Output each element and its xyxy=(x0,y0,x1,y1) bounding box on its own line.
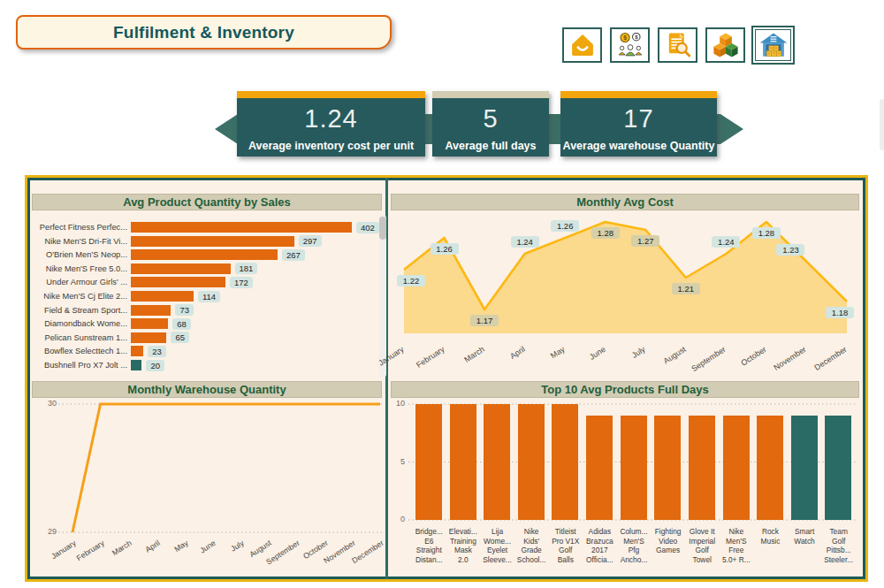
chart-monthly-warehouse-quantity[interactable]: 3029JanuaryFebruaryMarchAprilMayJuneJuly… xyxy=(32,398,386,579)
bar-row: Nike Men'S Dri-Fit Vi...297 xyxy=(32,235,386,248)
data-point-label: 1.26 xyxy=(551,220,579,232)
nav-button-products[interactable] xyxy=(705,27,745,63)
bar[interactable] xyxy=(131,249,278,260)
data-point-label: 1.28 xyxy=(752,227,781,239)
chart-top10-avg-products-full-days[interactable]: 0510Bridge... E6 Straight Distan...Eleva… xyxy=(391,398,859,579)
bar-value-label: 73 xyxy=(175,304,194,316)
bar[interactable] xyxy=(689,416,715,520)
bar[interactable] xyxy=(131,263,231,274)
bar[interactable] xyxy=(552,404,578,520)
bar-row: Field & Stream Sport...73 xyxy=(32,304,386,317)
chart-monthly-avg-cost[interactable]: 1.221.261.171.241.261.281.271.211.241.28… xyxy=(389,210,862,378)
bar[interactable] xyxy=(654,416,681,520)
bar[interactable] xyxy=(621,416,647,520)
chart-avg-product-quantity-by-sales[interactable]: Perfect Fitness Perfec...402Nike Men'S D… xyxy=(32,214,386,378)
scrollbar-thumb[interactable] xyxy=(379,217,386,240)
bar[interactable] xyxy=(131,318,168,329)
nav-button-report-search[interactable] xyxy=(658,27,697,63)
svg-text:$: $ xyxy=(623,34,627,42)
x-axis-label: June xyxy=(560,345,606,379)
bar-value-label: 297 xyxy=(299,235,322,247)
kpi-accent-bar xyxy=(432,91,549,98)
bar-value-label: 402 xyxy=(356,222,379,233)
bar[interactable] xyxy=(791,416,818,520)
bar-row: Nike Men'S Free 5.0...181 xyxy=(32,263,386,275)
x-axis-label: July xyxy=(601,345,647,379)
bar[interactable] xyxy=(518,404,545,520)
bar[interactable] xyxy=(131,291,194,302)
data-point-label: 1.17 xyxy=(470,315,499,326)
bar[interactable] xyxy=(484,404,510,520)
bar[interactable] xyxy=(131,332,166,343)
data-point-label: 1.23 xyxy=(776,244,804,256)
chart-title: Monthly Warehouse Quantity xyxy=(127,383,286,396)
bar-category-label: Nike Men'S Free 5.0... xyxy=(32,264,127,273)
bar-category-label: Pelican Sunstream 1... xyxy=(32,333,127,342)
nav-button-warehouse[interactable] xyxy=(751,26,795,65)
bar-category-label: Team Golf Pittsb... Steeler... xyxy=(818,527,859,564)
line-chart-svg[interactable] xyxy=(32,398,386,539)
bar-category-label: Field & Stream Sport... xyxy=(32,306,127,315)
bar[interactable] xyxy=(450,404,476,520)
bar-category-label: Perfect Fitness Perfec... xyxy=(32,223,127,232)
line-series xyxy=(72,404,380,532)
bar-row: Nike Men'S Cj Elite 2...114 xyxy=(32,290,386,302)
warehouse-icon xyxy=(758,30,789,60)
bar-category-label: Nike Men'S Dri-Fit Vi... xyxy=(32,237,127,246)
x-axis-label: August xyxy=(641,345,687,379)
kpi-label: Average inventory cost per unit xyxy=(237,140,425,157)
bar-value-label: 20 xyxy=(146,360,164,371)
x-axis-label: November xyxy=(762,345,808,379)
data-point-label: 1.24 xyxy=(712,236,740,248)
bar-category-label: O'Brien Men'S Neop... xyxy=(32,250,127,259)
report-search-icon xyxy=(663,30,693,60)
x-axis-label: September xyxy=(682,345,728,379)
bar-category-label: Diamondback Wome... xyxy=(32,319,127,328)
bar[interactable] xyxy=(723,416,750,520)
kpi-label: Average warehouse Quantity xyxy=(560,140,717,157)
bar[interactable] xyxy=(131,305,171,316)
kpi-card-avg-full-days: 5 Average full days xyxy=(432,91,549,157)
kpi-card-avg-inventory-cost: 1.24 Average inventory cost per unit xyxy=(237,91,425,157)
scrollbar-track[interactable] xyxy=(379,215,386,378)
bar[interactable] xyxy=(825,416,851,520)
bar-category-label: Nike Men'S Cj Elite 2... xyxy=(32,292,127,301)
kpi-value: 1.24 xyxy=(237,98,425,140)
x-axis-label: April xyxy=(480,345,526,379)
bar-value-label: 267 xyxy=(282,249,305,261)
bar-value-label: 65 xyxy=(171,332,189,343)
x-axis-label: October xyxy=(721,345,767,379)
bar-row: Pelican Sunstream 1...65 xyxy=(32,332,386,344)
chart-header-monthly-warehouse-quantity: Monthly Warehouse Quantity xyxy=(32,381,382,398)
y-axis-label: 5 xyxy=(391,457,405,466)
kpi-value: 17 xyxy=(560,98,717,140)
area-chart-svg[interactable] xyxy=(389,210,862,339)
data-point-label: 1.27 xyxy=(631,235,659,247)
bar[interactable] xyxy=(415,404,442,520)
bar[interactable] xyxy=(757,416,783,520)
bar-value-label: 68 xyxy=(172,318,191,330)
bar-row: Perfect Fitness Perfec...402 xyxy=(32,221,386,233)
nav-button-customers[interactable]: $ $ xyxy=(610,27,650,63)
bar[interactable] xyxy=(586,416,613,520)
bar[interactable] xyxy=(131,277,225,287)
bar-row: Bushnell Pro X7 Jolt ...20 xyxy=(32,359,386,371)
bar[interactable] xyxy=(131,360,141,370)
bar-row: Bowflex Selecttech 1...23 xyxy=(32,345,386,357)
chart-title: Top 10 Avg Products Full Days xyxy=(541,383,709,396)
bar-value-label: 172 xyxy=(230,277,253,288)
bar[interactable] xyxy=(131,346,143,356)
data-point-label: 1.24 xyxy=(511,236,539,248)
x-axis-label: March xyxy=(439,345,485,379)
dashboard-page: Fulfilment & Inventory $ $ xyxy=(0,0,884,588)
chart-title: Monthly Avg Cost xyxy=(576,195,674,209)
data-point-label: 1.21 xyxy=(672,283,700,294)
bar[interactable] xyxy=(131,236,294,247)
bar-value-label: 114 xyxy=(198,291,220,302)
nav-button-home[interactable] xyxy=(562,27,602,63)
bar-row: Under Armour Girls' ...172 xyxy=(32,276,386,288)
bar-category-label: Bushnell Pro X7 Jolt ... xyxy=(32,361,127,370)
bar-value-label: 181 xyxy=(235,263,258,274)
bar-row: O'Brien Men'S Neop...267 xyxy=(32,248,386,261)
bar[interactable] xyxy=(131,222,352,233)
